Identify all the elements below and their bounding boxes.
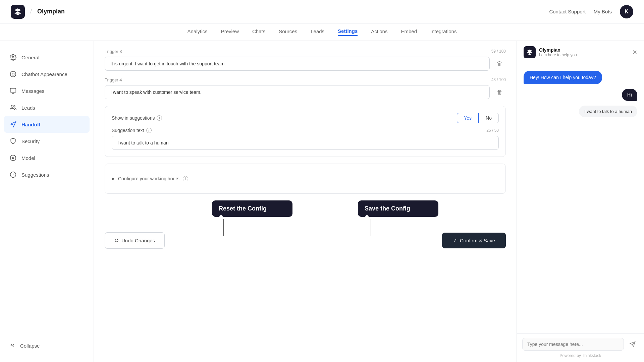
logo-box (11, 5, 25, 19)
sidebar-label-general: General (21, 55, 39, 60)
suggestions-toggle-row: Show in suggestions i Yes No (112, 113, 499, 123)
nav-chats[interactable]: Chats (252, 28, 265, 36)
chevron-right-icon: ▶ (112, 176, 115, 181)
chat-bot-avatar (524, 46, 536, 58)
suggestion-text-info-icon[interactable]: i (146, 128, 152, 133)
suggestions-section: Show in suggestions i Yes No Suggestion … (105, 106, 506, 157)
nav-sources[interactable]: Sources (279, 28, 297, 36)
security-icon (9, 137, 17, 145)
messages-icon (9, 87, 17, 95)
trigger3-section: Trigger 3 59 / 100 🗑 (105, 49, 506, 71)
sidebar: General Chatbot Appearance Messages Lead… (0, 41, 94, 362)
undo-changes-button[interactable]: ↺ Undo Changes (105, 232, 165, 249)
save-tooltip: Save the Config (358, 200, 438, 217)
check-icon: ✓ (453, 237, 457, 244)
sidebar-item-general[interactable]: General (0, 49, 94, 66)
action-bar: ↺ Undo Changes ✓ Confirm & Save (105, 227, 506, 254)
chat-input[interactable] (522, 338, 624, 351)
chat-bot-info: Olympian I am here to help you (524, 46, 577, 58)
show-suggestions-label: Show in suggestions i (112, 115, 162, 121)
chat-close-button[interactable]: ✕ (632, 49, 637, 56)
sidebar-item-leads[interactable]: Leads (0, 99, 94, 116)
svg-point-1 (10, 71, 16, 77)
main-layout: General Chatbot Appearance Messages Lead… (0, 41, 644, 362)
model-icon (9, 154, 17, 162)
chat-send-button[interactable] (627, 338, 639, 350)
gear-icon (9, 54, 17, 61)
nav-integrations[interactable]: Integrations (430, 28, 457, 36)
chat-suggestion-bubble[interactable]: I want to talk to a human (579, 106, 637, 117)
suggestions-icon (9, 171, 17, 178)
my-bots-link[interactable]: My Bots (594, 9, 612, 14)
trigger4-row: 🗑 (105, 85, 506, 99)
nav-embed[interactable]: Embed (401, 28, 417, 36)
configure-hours-toggle[interactable]: ▶ Configure your working hours i (112, 171, 499, 187)
nav-preview[interactable]: Preview (221, 28, 239, 36)
sidebar-label-messages: Messages (21, 88, 44, 94)
nav-analytics[interactable]: Analytics (187, 28, 208, 36)
chat-body: Hey! How can I help you today? Hi I want… (517, 64, 644, 334)
svg-point-2 (12, 73, 14, 75)
chat-powered-by: Powered by Thinkstack (522, 353, 639, 358)
top-nav: Analytics Preview Chats Sources Leads Se… (0, 23, 644, 41)
trigger4-delete-button[interactable]: 🗑 (494, 86, 506, 98)
sidebar-item-security[interactable]: Security (0, 133, 94, 149)
sidebar-item-chatbot-appearance[interactable]: Chatbot Appearance (0, 66, 94, 82)
header-left: / Olympian (11, 5, 65, 19)
chat-bot-text: Olympian I am here to help you (539, 47, 577, 57)
nav-leads[interactable]: Leads (311, 28, 324, 36)
chat-footer: Powered by Thinkstack (517, 334, 644, 362)
breadcrumb-slash: / (30, 8, 32, 15)
no-toggle-button[interactable]: No (479, 113, 499, 123)
suggestion-text-label: Suggestion text i (112, 128, 152, 133)
nav-settings[interactable]: Settings (338, 28, 358, 36)
contact-support-link[interactable]: Contact Support (549, 9, 585, 14)
collapse-label: Collapse (20, 343, 40, 349)
configure-hours-info-icon[interactable]: i (183, 176, 188, 181)
trigger3-input[interactable] (105, 57, 490, 71)
chat-bot-name: Olympian (539, 47, 577, 53)
sidebar-item-model[interactable]: Model (0, 149, 94, 166)
tooltip-dot-reset (219, 215, 223, 219)
chat-greeting-bubble: Hey! How can I help you today? (524, 71, 602, 84)
suggestion-text-row: Suggestion text i 25 / 50 (112, 128, 499, 133)
sidebar-bottom: Collapse (0, 338, 94, 354)
trigger3-delete-button[interactable]: 🗑 (494, 58, 506, 70)
trigger4-section: Trigger 4 43 / 100 🗑 (105, 77, 506, 99)
send-icon (630, 341, 636, 347)
appearance-icon (9, 70, 17, 78)
sidebar-label-appearance: Chatbot Appearance (21, 71, 67, 77)
suggestion-text-input[interactable] (112, 136, 499, 150)
collapse-button[interactable]: Collapse (9, 342, 84, 349)
trigger4-input[interactable] (105, 85, 490, 99)
nav-actions[interactable]: Actions (371, 28, 387, 36)
header: / Olympian Contact Support My Bots K (0, 0, 644, 23)
sidebar-item-suggestions[interactable]: Suggestions (0, 166, 94, 183)
configure-hours-section: ▶ Configure your working hours i (105, 164, 506, 194)
show-suggestions-info-icon[interactable]: i (157, 115, 162, 121)
sidebar-item-messages[interactable]: Messages (0, 82, 94, 99)
svg-point-8 (12, 157, 14, 159)
reset-tooltip: Reset the Config (212, 200, 292, 217)
leads-icon (9, 104, 17, 111)
svg-point-0 (12, 57, 14, 58)
sidebar-label-handoff: Handoff (21, 122, 41, 127)
chat-input-row (522, 338, 639, 351)
sidebar-item-handoff[interactable]: Handoff (4, 116, 90, 133)
yes-toggle-button[interactable]: Yes (457, 113, 479, 123)
undo-icon: ↺ (114, 237, 119, 244)
sidebar-label-leads: Leads (21, 105, 35, 111)
svg-rect-3 (10, 88, 16, 93)
svg-point-6 (11, 105, 13, 108)
app-title: Olympian (37, 8, 65, 15)
user-avatar[interactable]: K (620, 5, 633, 18)
collapse-icon (9, 342, 15, 349)
chat-bot-subtitle: I am here to help you (539, 53, 577, 57)
header-right: Contact Support My Bots K (549, 5, 633, 18)
logo-icon (14, 8, 22, 16)
sidebar-label-security: Security (21, 138, 40, 144)
sidebar-label-suggestions: Suggestions (21, 172, 49, 178)
chat-user-hi-bubble: Hi (622, 89, 637, 101)
action-area: Reset the Config Save the Config ↺ Undo … (105, 200, 506, 254)
confirm-save-button[interactable]: ✓ Confirm & Save (442, 233, 506, 248)
